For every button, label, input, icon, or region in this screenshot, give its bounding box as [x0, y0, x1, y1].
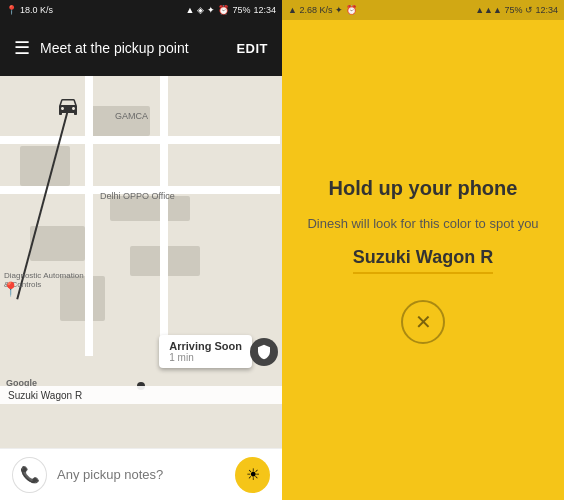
notes-input[interactable] [57, 457, 225, 493]
arriving-title: Arriving Soon [169, 340, 242, 352]
signal-icon: ▲ [186, 5, 195, 15]
speed-text: 18.0 K/s [20, 5, 53, 15]
car-model-text: Suzuki Wagon R [353, 247, 493, 274]
rotate-icon: ↺ [525, 5, 533, 15]
arriving-badge: Arriving Soon 1 min [159, 335, 252, 368]
status-bar-right: ▲ 2.68 K/s ✦ ⏰ ▲▲▲ 75% ↺ 12:34 [282, 0, 564, 20]
wifi-icon-right: ▲ [288, 5, 297, 15]
bluetooth-icon: ✦ [207, 5, 215, 15]
road-vertical [160, 76, 168, 356]
map-block [60, 276, 105, 321]
status-right-right-icons: ▲▲▲ 75% ↺ 12:34 [475, 5, 558, 15]
shield-icon[interactable] [250, 338, 278, 366]
map-block [30, 226, 85, 261]
status-left-icons: 📍 18.0 K/s [6, 5, 53, 15]
location-icon: 📍 [6, 5, 17, 15]
road-vertical [85, 76, 93, 356]
right-panel: ▲ 2.68 K/s ✦ ⏰ ▲▲▲ 75% ↺ 12:34 Hold up y… [282, 0, 564, 500]
wifi-icon: ◈ [197, 5, 204, 15]
battery-text: 75% [232, 5, 250, 15]
hold-subtitle: Dinesh will look for this color to spot … [307, 216, 538, 231]
car-label-text: Suzuki Wagon R [8, 390, 82, 401]
time-right: 12:34 [535, 5, 558, 15]
bottom-bar: 📞 ☀ [0, 448, 282, 500]
road-horizontal [0, 136, 280, 144]
phone-button[interactable]: 📞 [12, 457, 47, 493]
time-text: 12:34 [253, 5, 276, 15]
alarm-right: ⏰ [346, 5, 357, 15]
hold-title: Hold up your phone [329, 177, 518, 200]
location-pin-icon: 📍 [2, 281, 19, 297]
edit-button[interactable]: EDIT [236, 41, 268, 56]
status-bar-left: 📍 18.0 K/s ▲ ◈ ✦ ⏰ 75% 12:34 [0, 0, 282, 20]
status-right-icons: ▲ ◈ ✦ ⏰ 75% 12:34 [186, 5, 276, 15]
map-area: GAMCA Delhi OPPO Office Diagnostic Autom… [0, 76, 282, 448]
map-block [20, 146, 70, 186]
arriving-time: 1 min [169, 352, 242, 363]
car-label-strip: Suzuki Wagon R [0, 386, 282, 404]
pickup-message: Meet at the pickup point [40, 40, 236, 56]
bluetooth-right: ✦ [335, 5, 346, 15]
yellow-content: Hold up your phone Dinesh will look for … [282, 20, 564, 500]
battery-right: 75% [504, 5, 522, 15]
map-label-gamca: GAMCA [115, 111, 148, 121]
menu-icon[interactable]: ☰ [14, 37, 30, 59]
status-right-left-icons: ▲ 2.68 K/s ✦ ⏰ [288, 5, 357, 15]
left-panel: 📍 18.0 K/s ▲ ◈ ✦ ⏰ 75% 12:34 ☰ Meet at t… [0, 0, 282, 500]
car-icon [56, 94, 80, 118]
map-label-oppo: Delhi OPPO Office [100, 191, 175, 201]
map-label-diagnostic: Diagnostic Automation [4, 271, 84, 280]
sun-button[interactable]: ☀ [235, 457, 270, 493]
sun-icon: ☀ [246, 465, 260, 484]
close-icon: ✕ [415, 310, 432, 334]
phone-icon: 📞 [20, 465, 40, 484]
alarm-icon: ⏰ [218, 5, 229, 15]
speed-right: 2.68 K/s [299, 5, 332, 15]
close-button[interactable]: ✕ [401, 300, 445, 344]
signal-right: ▲▲▲ [475, 5, 502, 15]
pickup-bar: ☰ Meet at the pickup point EDIT [0, 20, 282, 76]
